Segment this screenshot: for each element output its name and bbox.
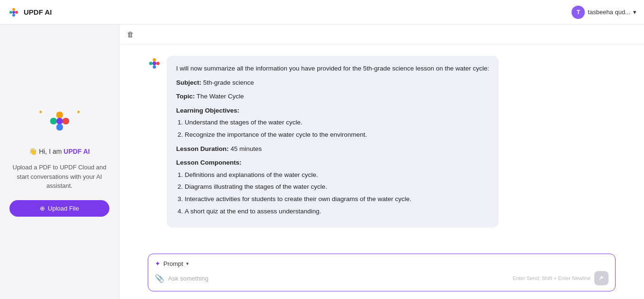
send-button[interactable] xyxy=(594,271,608,285)
ai-components-header: Lesson Components: xyxy=(176,158,489,168)
list-item: Understand the stages of the water cycle… xyxy=(185,117,489,128)
input-hint-text: Enter Send; Shift + Enter Newline xyxy=(513,275,590,281)
sparkle-tr-icon: ✦ xyxy=(76,109,81,115)
ai-objectives-list: Understand the stages of the water cycle… xyxy=(185,117,489,140)
chat-messages: I will now summarize all the information… xyxy=(119,44,644,248)
input-area: ✦ Prompt ▾ 📎 Enter Send; Shift + Enter N… xyxy=(119,248,644,299)
input-box-bottom: 📎 Enter Send; Shift + Enter Newline xyxy=(155,271,608,285)
send-icon xyxy=(598,275,605,281)
greeting-emoji: 👋 xyxy=(29,148,37,155)
sidebar-description: Upload a PDF to UPDF Cloud and start con… xyxy=(9,163,109,191)
updf-center-icon xyxy=(47,109,72,138)
ai-avatar-icon xyxy=(148,57,161,70)
ai-message-row: I will now summarize all the information… xyxy=(148,56,616,228)
list-item: A short quiz at the end to assess unders… xyxy=(185,206,489,217)
list-item: Recognize the importance of the water cy… xyxy=(185,130,489,140)
brand-name: UPDF AI xyxy=(63,148,89,155)
main-layout: ✦ ✦ 👋 Hi, I am UPDF AI Upload a PD xyxy=(0,25,644,299)
user-menu[interactable]: T tasbeeha qud... ▾ xyxy=(572,6,636,19)
sparkle-icon: ✦ xyxy=(155,260,161,267)
input-box: ✦ Prompt ▾ 📎 Enter Send; Shift + Enter N… xyxy=(148,254,616,291)
sidebar: ✦ ✦ 👋 Hi, I am UPDF AI Upload a PD xyxy=(0,25,119,299)
svg-point-2 xyxy=(56,118,63,124)
prompt-label: Prompt xyxy=(163,260,183,267)
ai-topic-line: Topic: The Water Cycle xyxy=(176,91,489,102)
sidebar-logo-area: ✦ ✦ xyxy=(38,107,81,140)
upload-file-button[interactable]: ⊕ Upload File xyxy=(9,200,109,217)
chat-area: 🗑 I will now summarize all the informati… xyxy=(119,25,644,299)
ai-components-list: Definitions and explanations of the wate… xyxy=(185,170,489,216)
ai-message-bubble: I will now summarize all the information… xyxy=(167,56,499,228)
sidebar-content: ✦ ✦ 👋 Hi, I am UPDF AI Upload a PD xyxy=(9,107,109,217)
chevron-down-icon: ▾ xyxy=(633,9,636,16)
user-name: tasbeeha qud... xyxy=(588,9,630,16)
ai-subject-line: Subject: 5th-grade science xyxy=(176,78,489,88)
ai-duration-line: Lesson Duration: 45 minutes xyxy=(176,144,489,154)
sparkle-tl-icon: ✦ xyxy=(38,109,43,115)
svg-point-1 xyxy=(12,11,15,14)
chat-toolbar: 🗑 xyxy=(119,25,644,44)
user-avatar: T xyxy=(572,6,585,19)
ai-objectives-header: Learning Objectives: xyxy=(176,106,489,116)
logo-area: UPDF AI xyxy=(8,6,52,18)
plus-circle-icon: ⊕ xyxy=(40,205,45,212)
delete-chat-button[interactable]: 🗑 xyxy=(127,30,134,38)
ai-intro-text: I will now summarize all the information… xyxy=(176,63,489,74)
input-box-top: ✦ Prompt ▾ xyxy=(155,260,608,267)
top-bar: UPDF AI T tasbeeha qud... ▾ xyxy=(0,0,644,25)
svg-point-3 xyxy=(152,62,156,65)
list-item: Definitions and explanations of the wate… xyxy=(185,170,489,180)
attach-icon[interactable]: 📎 xyxy=(155,274,164,283)
ask-input[interactable] xyxy=(168,275,509,282)
logo-text: UPDF AI xyxy=(24,8,52,16)
list-item: Diagrams illustrating the stages of the … xyxy=(185,182,489,192)
prompt-dropdown-toggle[interactable]: ▾ xyxy=(186,261,189,267)
greeting-text: 👋 Hi, I am UPDF AI xyxy=(29,148,90,155)
list-item: Interactive activities for students to c… xyxy=(185,194,489,204)
updf-logo-icon xyxy=(8,6,20,18)
